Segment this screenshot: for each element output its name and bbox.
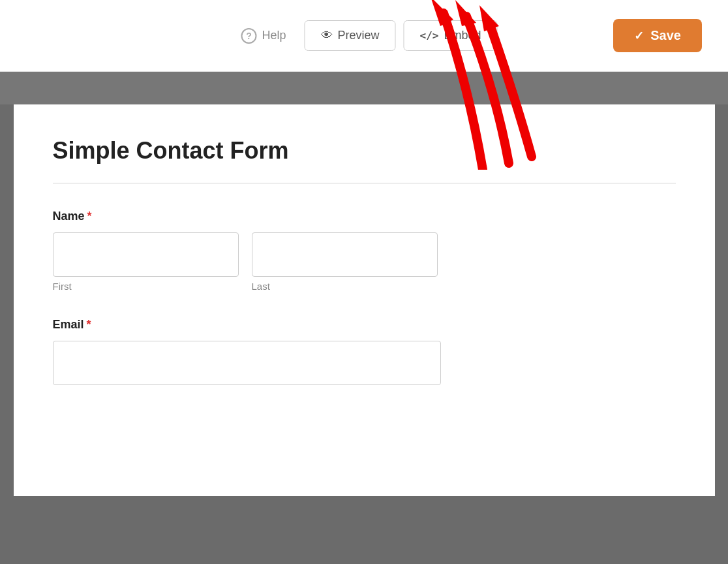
name-required-star: * [87,210,92,223]
help-label: Help [262,29,286,42]
form-title: Simple Contact Form [53,137,676,164]
help-button[interactable]: ? Help [230,22,296,50]
email-required-star: * [87,318,91,332]
name-field-section: Name * First Last [53,210,676,292]
save-label: Save [650,28,681,43]
code-icon: </> [420,29,439,42]
email-field-section: Email * [53,318,676,385]
form-card: Simple Contact Form Name * First Last [14,104,715,496]
toolbar: ? Help 👁 Preview </> Embed ✓ Save [0,0,728,72]
name-fields-row: First Last [53,232,676,292]
form-area: Simple Contact Form Name * First Last [0,104,728,522]
first-name-input[interactable] [53,232,239,277]
help-icon: ? [241,28,256,44]
toolbar-center-actions: ? Help 👁 Preview </> Embed [230,20,497,51]
embed-button[interactable]: </> Embed [404,20,498,51]
first-name-sublabel: First [53,281,239,292]
email-label: Email * [53,318,676,332]
eye-icon: 👁 [321,29,333,42]
preview-label: Preview [338,29,380,42]
last-name-input[interactable] [252,232,438,277]
embed-label: Embed [444,29,481,42]
first-name-wrap: First [53,232,239,292]
last-name-wrap: Last [252,232,438,292]
preview-button[interactable]: 👁 Preview [305,20,396,51]
gray-bar [0,72,728,104]
last-name-sublabel: Last [252,281,438,292]
save-button[interactable]: ✓ Save [613,19,702,52]
checkmark-icon: ✓ [634,29,644,43]
name-label: Name * [53,210,676,223]
email-input[interactable] [53,341,441,385]
toolbar-right: ✓ Save [613,19,702,52]
form-divider [53,183,676,183]
